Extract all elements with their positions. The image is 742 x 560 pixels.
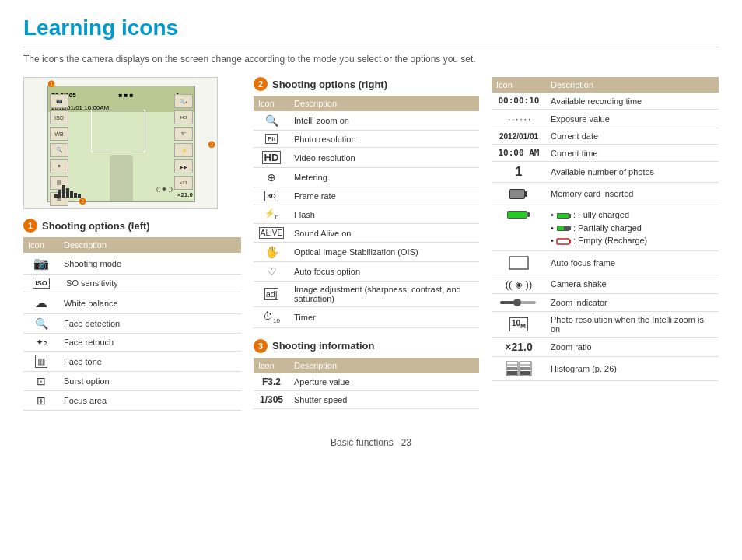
section3-col-icon: Icon [254, 358, 289, 373]
table-row: ♡ Auto focus option [254, 262, 479, 282]
section2-num: 2 [254, 77, 268, 91]
section4-table: Icon Description 00:00:10 Available reco… [492, 77, 719, 381]
table-row: 10:00 AM Current time [492, 145, 719, 162]
table-row: 1 Available number of photos [492, 162, 719, 183]
table-row: HD Video resolution [254, 148, 479, 168]
camera-diagram: F3.2|305 ■ ■ ■ 1 ▪ ▭ 2012/01/01 10:00AM … [23, 77, 218, 209]
table-row: Auto focus frame [492, 250, 719, 275]
svg-rect-2 [62, 185, 65, 198]
svg-rect-15 [569, 214, 571, 218]
table-row: Histogram (p. 26) [492, 356, 719, 380]
svg-rect-18 [569, 226, 571, 230]
svg-rect-9 [525, 191, 527, 197]
section2-col-desc: Description [289, 96, 479, 111]
table-row: adj Image adjustment (sharpness, contras… [254, 282, 479, 307]
table-row: 3D Frame rate [254, 187, 479, 205]
left-column: F3.2|305 ■ ■ ■ 1 ▪ ▭ 2012/01/01 10:00AM … [23, 77, 241, 422]
svg-rect-4 [70, 191, 73, 198]
table-row: (( ◈ )) Camera shake [492, 275, 719, 293]
list-item: : Empty (Recharge) [551, 234, 714, 247]
table-row: ⊞ Focus area [23, 391, 241, 411]
table-row: F3.2 Aperture value [254, 373, 479, 391]
table-row: · · · · · · Exposure value [492, 110, 719, 128]
table-row: ✦₂ Face retouch [23, 334, 241, 352]
table-row: ⊡ Burst option [23, 372, 241, 391]
section2-table: Icon Description 🔍 Intelli zoom on Ph Ph… [254, 96, 479, 328]
section3-title: 3 Shooting information [254, 339, 479, 353]
table-row: 2012/01/01 Current date [492, 128, 719, 145]
svg-rect-8 [510, 190, 524, 198]
right-column: Icon Description 00:00:10 Available reco… [492, 77, 719, 422]
table-row: ×21.0 Zoom ratio [492, 337, 719, 356]
section1-col-desc: Description [59, 237, 241, 253]
table-row: ▥ Face tone [23, 352, 241, 372]
page-title: Learning icons [23, 16, 719, 47]
table-row: 10M Photo resolution when the Intelli zo… [492, 311, 719, 337]
table-row: Ph Photo resolution [254, 131, 479, 148]
subtitle: The icons the camera displays on the scr… [23, 54, 719, 65]
svg-rect-31 [520, 367, 530, 370]
svg-rect-28 [507, 364, 517, 366]
svg-rect-27 [507, 367, 517, 370]
svg-rect-1 [58, 190, 61, 198]
table-row: 1/305 Shutter speed [254, 390, 479, 408]
section3-col-desc: Description [289, 358, 479, 373]
table-row: 00:00:10 Available recording time [492, 93, 719, 110]
section1-table: Icon Description 📷 Shooting mode ISO ISO… [23, 237, 241, 411]
table-row: : Fully charged : Partially charged [492, 205, 719, 251]
table-row: ⊕ Metering [254, 168, 479, 187]
svg-rect-12 [527, 212, 530, 217]
svg-rect-21 [509, 257, 528, 269]
table-row: 🔍 Face detection [23, 314, 241, 334]
svg-rect-11 [508, 212, 527, 218]
section1-num: 1 [23, 219, 37, 233]
section2-title: 2 Shooting options (right) [254, 77, 479, 91]
list-item: : Fully charged [551, 208, 714, 222]
section4-col-icon: Icon [492, 77, 546, 93]
list-item: : Partially charged [551, 222, 714, 235]
section1-title: 1 Shooting options (left) [23, 219, 241, 233]
table-row: 🔍 Intelli zoom on [254, 111, 479, 131]
svg-rect-30 [520, 371, 530, 375]
table-row: ⏱10 Timer [254, 307, 479, 328]
footer-page: 23 [401, 437, 411, 448]
section1-col-icon: Icon [23, 237, 59, 253]
svg-rect-19 [557, 239, 569, 244]
mid-column: 2 Shooting options (right) Icon Descript… [254, 77, 479, 422]
table-row: Memory card inserted [492, 183, 719, 205]
svg-point-24 [513, 299, 521, 306]
footer-text: Basic functions [331, 437, 394, 448]
battery-list: : Fully charged : Partially charged [551, 208, 714, 247]
svg-rect-0 [54, 194, 58, 198]
section3-table: Icon Description F3.2 Aperture value 1/3… [254, 358, 479, 409]
svg-rect-26 [507, 371, 517, 375]
table-row: 🖐 Optical Image Stabilization (OIS) [254, 243, 479, 262]
section3-num: 3 [254, 339, 268, 353]
section4-col-desc: Description [546, 77, 719, 93]
footer: Basic functions 23 [23, 437, 719, 448]
table-row: 📷 Shooting mode [23, 253, 241, 275]
svg-rect-17 [558, 226, 564, 230]
svg-rect-3 [66, 188, 69, 198]
table-row: ALIVE Sound Alive on [254, 224, 479, 243]
section2-col-icon: Icon [254, 96, 289, 111]
svg-rect-14 [558, 214, 569, 218]
table-row: ISO ISO sensitivity [23, 275, 241, 292]
svg-rect-20 [569, 240, 571, 243]
table-row: ⚡n Flash [254, 205, 479, 224]
svg-rect-32 [520, 364, 530, 366]
table-row: Zoom indicator [492, 293, 719, 311]
svg-rect-5 [74, 193, 77, 198]
table-row: ☁ White balance [23, 292, 241, 314]
